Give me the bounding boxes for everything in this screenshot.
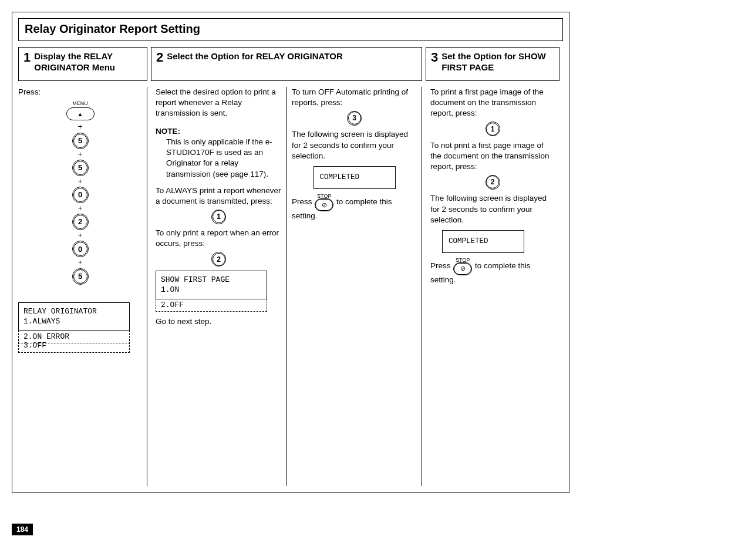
lcd-line: 1.ON	[161, 285, 262, 295]
numeric-key-0: 0	[73, 188, 87, 202]
lcd-completed: COMPLETED	[313, 166, 396, 189]
lcd-line: RELAY ORIGINATOR	[23, 306, 124, 317]
step1-title: Display the RELAY ORIGINATOR Menu	[34, 51, 142, 73]
step3-number: 3	[431, 51, 438, 64]
lcd-extra-line: 2.OFF	[156, 299, 267, 312]
press-stop-line: Press STOP ⊘ to complete this setting.	[430, 258, 555, 285]
step2-header: 2 Select the Option for RELAY ORIGINATOR	[151, 47, 422, 81]
page-number-badge: 184	[12, 524, 33, 535]
numeric-key-5: 5	[73, 161, 87, 175]
lcd-extra-line: 3.OFF	[18, 339, 130, 353]
numeric-key-1: 1	[213, 210, 225, 223]
step3-header: 3 Set the Option for SHOW FIRST PAGE	[426, 47, 559, 81]
step3-title: Set the Option for SHOW FIRST PAGE	[441, 51, 554, 73]
step2-number: 2	[156, 51, 163, 64]
column-2: Select the desired option to print a rep…	[151, 87, 287, 486]
paragraph: To only print a report when an error occ…	[156, 228, 282, 249]
note-body: This is only applicable if the e-STUDIO1…	[166, 137, 282, 180]
paragraph: To ALWAYS print a report whenever a docu…	[156, 185, 282, 207]
step-headers-row: 1 Display the RELAY ORIGINATOR Menu 2 Se…	[18, 47, 563, 81]
numeric-key-2: 2	[73, 215, 87, 229]
step2-title: Select the Option for RELAY ORIGINATOR	[167, 51, 342, 62]
press-stop-line: Press STOP ⊘ to complete this setting.	[292, 194, 417, 221]
numeric-key-3: 3	[348, 112, 361, 124]
lcd-relay-originator: RELAY ORIGINATOR 1.ALWAYS	[18, 302, 130, 331]
lcd-show-first-page: SHOW FIRST PAGE 1.ON	[156, 271, 267, 299]
manual-page: Relay Originator Report Setting 1 Displa…	[12, 12, 569, 493]
numeric-key-5: 5	[73, 269, 87, 284]
content-columns: Press: MENU ▲ + 5 + 5 + 0 + 2 + 0 + 5 RE…	[18, 87, 563, 486]
paragraph: The following screen is displayed for 2 …	[430, 193, 555, 225]
stop-key-icon: ⊘	[315, 199, 333, 211]
paragraph: To not print a first page image of the d…	[430, 140, 555, 173]
column-3: To turn OFF Automatic printing of report…	[287, 87, 422, 486]
numeric-key-0: 0	[73, 242, 87, 256]
menu-key: ▲	[66, 107, 95, 120]
numeric-key-5: 5	[73, 134, 87, 148]
press-word: Press	[430, 261, 451, 270]
paragraph: To turn OFF Automatic printing of report…	[292, 87, 417, 108]
numeric-key-2: 2	[213, 253, 225, 266]
paragraph: To print a first page image of the docum…	[430, 87, 555, 119]
stop-key-wrap: STOP ⊘	[315, 194, 333, 211]
step1-number: 1	[23, 51, 31, 64]
column-4: To print a first page image of the docum…	[426, 87, 559, 486]
plus-separator: +	[78, 176, 83, 187]
press-label: Press:	[18, 87, 142, 97]
note-label: NOTE:	[156, 127, 180, 136]
numeric-key-1: 1	[486, 123, 499, 136]
paragraph: Select the desired option to print a rep…	[156, 87, 282, 119]
stop-key-icon: ⊘	[454, 263, 471, 275]
plus-separator: +	[78, 257, 83, 268]
plus-separator: +	[78, 149, 83, 160]
press-word: Press	[292, 197, 312, 206]
lcd-completed: COMPLETED	[442, 230, 524, 253]
section-title: Relay Originator Report Setting	[18, 18, 563, 41]
column-1: Press: MENU ▲ + 5 + 5 + 0 + 2 + 0 + 5 RE…	[18, 87, 147, 486]
paragraph: The following screen is displayed for 2 …	[292, 129, 417, 161]
menu-key-label: MENU	[72, 100, 88, 107]
step1-header: 1 Display the RELAY ORIGINATOR Menu	[18, 47, 147, 81]
plus-separator: +	[78, 122, 83, 132]
numeric-key-2: 2	[486, 176, 499, 188]
stop-key-wrap: STOP ⊘	[454, 258, 471, 275]
plus-separator: +	[78, 203, 83, 214]
up-arrow-icon: ▲	[77, 110, 83, 119]
go-next-step: Go to next step.	[156, 316, 282, 327]
lcd-line: SHOW FIRST PAGE	[161, 275, 262, 285]
key-sequence: MENU ▲ + 5 + 5 + 0 + 2 + 0 + 5	[18, 100, 142, 283]
plus-separator: +	[78, 230, 83, 241]
lcd-line: 1.ALWAYS	[23, 316, 124, 327]
